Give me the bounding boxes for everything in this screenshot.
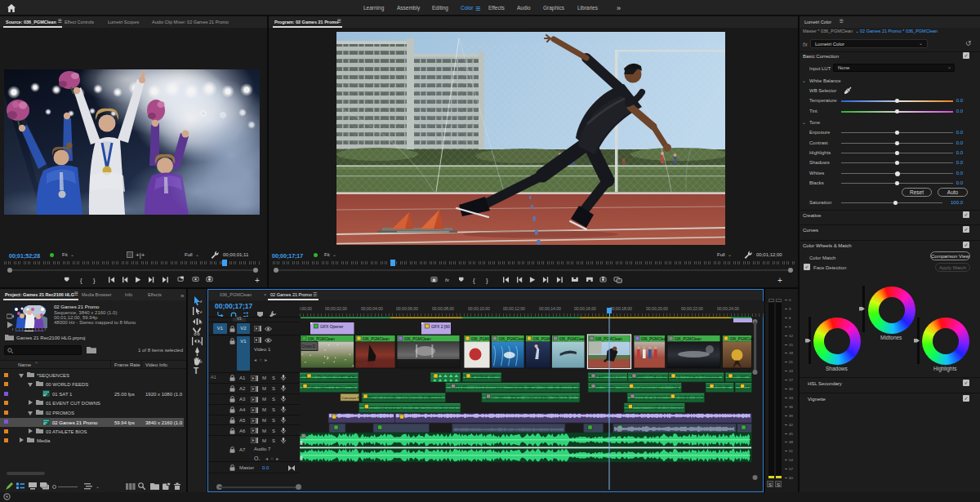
svg-text:036_PGMClean: 036_PGMClean xyxy=(641,337,668,341)
svg-text:036_PGMClean: 036_PGMClean xyxy=(559,337,586,341)
svg-text:036_PGMClean: 036_PGMClean xyxy=(404,337,431,341)
svg-text:{: { xyxy=(80,277,82,284)
svg-text:Cross D: Cross D xyxy=(302,344,316,349)
svg-text:036_PGMClean: 036_PGMClean xyxy=(363,337,390,341)
svg-text:Constant P: Constant P xyxy=(342,396,360,400)
svg-text:036_PGMClean: 036_PGMClean xyxy=(499,337,526,341)
svg-text:}: } xyxy=(486,277,488,284)
svg-text:{: { xyxy=(473,277,475,284)
svg-text:036_PGMClean: 036_PGMClean xyxy=(675,337,702,341)
svg-text:+: + xyxy=(255,276,260,285)
svg-text:036_PGMClean: 036_PGMClean xyxy=(308,337,335,341)
svg-text:}: } xyxy=(93,277,96,284)
svg-text:+: + xyxy=(777,276,782,285)
svg-text:036_PGMClean: 036_PGMClean xyxy=(730,337,757,341)
svg-text:GFX Opener: GFX Opener xyxy=(320,324,344,329)
svg-text:GFX 2 [60: GFX 2 [60 xyxy=(431,324,450,329)
svg-text:fx: fx xyxy=(445,277,450,282)
